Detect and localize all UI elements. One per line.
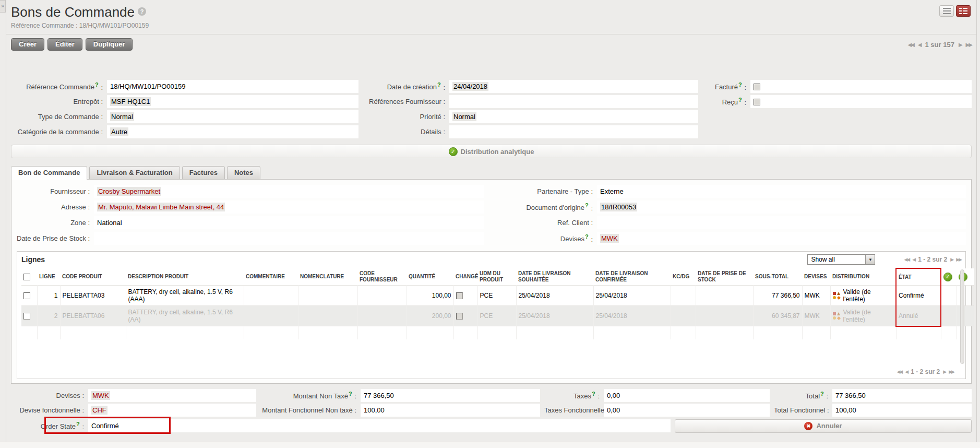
tab-factures[interactable]: Factures — [182, 166, 225, 179]
toolbar: Créer Éditer Dupliquer ◀◀ ◀ 1 sur 157 ▶ … — [11, 38, 972, 51]
pager-last-icon[interactable]: ▶▶ — [966, 42, 972, 48]
devise-fonctionnelle-link[interactable]: CHF — [91, 406, 107, 415]
tab-panel-bon-de-commande: Fournisseur Crosby Supermarket Partenair… — [11, 179, 972, 384]
col-code-fournisseur: CODE FOURNISSEUR — [357, 268, 407, 286]
col-description: DESCRIPTION PRODUIT — [126, 268, 244, 286]
pager-last-icon[interactable]: ▶▶ — [956, 257, 961, 262]
help-icon: ? — [585, 202, 589, 208]
col-devises: DEVISES — [802, 268, 830, 286]
change-checkbox[interactable] — [456, 313, 463, 320]
field-facture — [750, 80, 972, 93]
pager-prev-icon[interactable]: ◀ — [905, 369, 907, 374]
field-details — [449, 125, 698, 138]
cancel-cross-icon: ✖ — [804, 422, 812, 430]
green-check-icon: ✓ — [449, 147, 458, 156]
table-scrollbar[interactable] — [960, 269, 964, 364]
edit-button[interactable]: Éditer — [47, 38, 82, 51]
help-icon: ? — [349, 391, 352, 397]
page-header: Bons de Commande? Référence Commande : 1… — [11, 4, 972, 29]
field-priorite: Normal — [449, 110, 698, 123]
col-kc-dg: KC/DG — [671, 268, 696, 286]
fournisseur-link[interactable]: Crosby Supermarket — [97, 187, 161, 196]
empty-space — [21, 339, 974, 367]
col-date-confirmee: DATE DE LIVRAISON CONFIRMÉE — [593, 268, 671, 286]
list-view-icon — [943, 8, 951, 14]
pager-first-icon[interactable]: ◀◀ — [904, 257, 909, 262]
table-row[interactable]: 2 PELEBATTA06 BATTERY, dry cell, alkalin… — [21, 306, 974, 326]
pager-prev-icon[interactable]: ◀ — [918, 42, 921, 48]
field-label-order-state: Order State? — [11, 421, 84, 430]
tab-bon-de-commande[interactable]: Bon de Commande — [11, 166, 87, 180]
col-quantite: QUANTITÉ — [407, 268, 453, 286]
change-checkbox[interactable] — [456, 292, 463, 299]
lines-filter-select[interactable]: Show all ▼ — [807, 254, 875, 265]
empty-row — [21, 326, 974, 339]
field-partenaire-type: Externe — [597, 185, 966, 198]
row-checkbox[interactable] — [23, 313, 30, 320]
field-label-facture: Facturé? — [702, 81, 746, 91]
field-devises-footer: MWK — [88, 389, 256, 402]
field-date-prise-stock — [94, 232, 484, 245]
duplicate-button[interactable]: Dupliquer — [86, 38, 133, 51]
recu-checkbox[interactable] — [754, 99, 760, 105]
cancel-button[interactable]: ✖ Annuler — [675, 419, 972, 433]
create-button[interactable]: Créer — [11, 38, 44, 51]
field-label-devises: Devises? — [488, 233, 593, 243]
adresse-link[interactable]: Mr. Maputo, Malawi Limbe Main street, 44 — [97, 203, 225, 211]
pager-first-icon[interactable]: ◀◀ — [897, 369, 902, 374]
distribution-icon[interactable] — [833, 292, 841, 300]
order-form: Référence Commande? 18/HQ/MW101/PO00159 … — [11, 80, 972, 138]
field-label-categorie: Catégorie de la commande — [11, 128, 103, 136]
field-ref-fournisseur — [449, 95, 698, 108]
field-label-details: Détails — [363, 128, 445, 136]
devises-footer-link[interactable]: MWK — [91, 391, 110, 400]
help-icon: ? — [76, 421, 80, 427]
help-icon: ? — [738, 81, 742, 88]
col-date-prise-stock: DATE DE PRISE DE STOCK — [696, 268, 753, 286]
pager-last-icon[interactable]: ▶▶ — [949, 369, 954, 374]
table-row[interactable]: 1 PELEBATTA03 BATTERY, dry cell, alkalin… — [21, 286, 974, 306]
sidebar-expand-handle[interactable]: » — [0, 0, 6, 13]
pager-next-icon[interactable]: ▶ — [943, 369, 946, 374]
field-montant-fonctionnel: 100,00 — [361, 404, 540, 417]
pager-prev-icon[interactable]: ◀ — [912, 257, 915, 262]
confirm-all-icon[interactable]: ✓ — [943, 273, 952, 281]
col-udm: UDM DU PRODUIT — [477, 268, 516, 286]
distribution-icon[interactable] — [833, 312, 841, 320]
analytic-distribution-button[interactable]: ✓ Distribution analytique — [11, 145, 972, 158]
form-view-icon — [959, 8, 967, 14]
list-view-button[interactable] — [939, 5, 954, 17]
field-zone: National — [94, 216, 484, 229]
field-label-fournisseur: Fournisseur — [17, 187, 90, 195]
field-label-taxes: Taxes? — [544, 391, 600, 400]
pager-next-icon[interactable]: ▶ — [950, 257, 953, 262]
field-label-montant-fonctionnel: Montant Fonctionnel Non taxé — [260, 406, 356, 414]
field-ref-commande: 18/HQ/MW101/PO00159 — [107, 80, 358, 93]
tab-notes[interactable]: Notes — [227, 166, 260, 179]
help-icon: ? — [820, 391, 824, 397]
pager-next-icon[interactable]: ▶ — [959, 42, 962, 48]
facture-checkbox[interactable] — [754, 84, 760, 90]
field-type-commande: Normal — [107, 110, 358, 123]
select-all-checkbox[interactable] — [23, 274, 30, 280]
col-nomenclature: NOMENCLATURE — [298, 268, 357, 286]
tab-livraison-facturation[interactable]: Livraison & Facturation — [89, 166, 180, 179]
help-icon: ? — [585, 233, 589, 240]
field-label-ref-commande: Référence Commande? — [11, 81, 103, 91]
title-help-icon[interactable]: ? — [138, 7, 146, 16]
form-view-button[interactable] — [956, 5, 971, 17]
devises-link[interactable]: MWK — [600, 234, 619, 243]
field-date-creation: 24/04/2018 — [449, 80, 698, 93]
field-label-entrepot: Entrepôt — [11, 98, 103, 105]
field-label-type-commande: Type de Commande — [11, 113, 103, 121]
field-taxes: 0,00 — [604, 389, 770, 402]
col-code-produit: CODE PRODUIT — [60, 268, 126, 286]
row-checkbox[interactable] — [23, 292, 30, 299]
footer-state-row: Order State? Confirmé ✖ Annuler — [11, 418, 972, 434]
field-label-ref-fournisseur: Références Fournisseur — [363, 98, 445, 105]
pager-first-icon[interactable]: ◀◀ — [907, 42, 913, 48]
field-label-montant-non-taxe: Montant Non Taxé? — [260, 391, 356, 400]
main-content: Bons de Commande? Référence Commande : 1… — [6, 0, 977, 442]
notebook-tabs: Bon de Commande Livraison & Facturation … — [11, 166, 972, 179]
field-adresse: Mr. Maputo, Malawi Limbe Main street, 44 — [94, 201, 484, 214]
